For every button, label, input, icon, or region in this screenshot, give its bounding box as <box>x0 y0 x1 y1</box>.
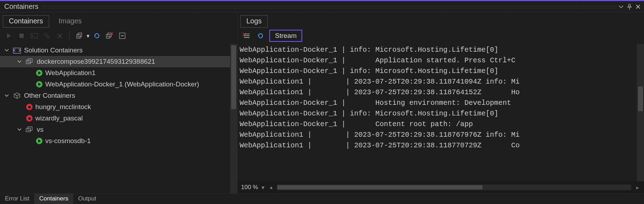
expand-icon[interactable] <box>4 48 10 52</box>
svg-point-3 <box>47 36 49 38</box>
scrollbar-thumb[interactable] <box>231 45 236 109</box>
left-tab-strip: Containers Images <box>0 12 237 28</box>
settings-icon[interactable] <box>42 30 52 41</box>
tab-logs[interactable]: Logs <box>240 15 268 28</box>
refresh-icon[interactable] <box>92 30 102 41</box>
terminal-icon[interactable] <box>29 30 40 41</box>
tab-output[interactable]: Output <box>73 194 101 204</box>
svg-rect-1 <box>31 34 38 38</box>
status-stopped-icon <box>26 115 33 121</box>
dropdown-chevron-icon[interactable]: ▾ <box>87 33 89 39</box>
delete-icon[interactable] <box>54 30 65 41</box>
close-icon[interactable] <box>636 4 640 9</box>
svg-rect-5 <box>78 33 82 37</box>
panel-title: Containers <box>2 2 41 11</box>
tree-label: Solution Containers <box>24 47 83 54</box>
tree-node-other[interactable]: Other Containers <box>0 90 230 101</box>
expand-icon[interactable] <box>4 94 10 98</box>
tree-node-compose[interactable]: dockercompose3992174593129388621 <box>0 56 230 67</box>
tab-containers-bottom[interactable]: Containers <box>34 194 73 204</box>
status-running-icon <box>36 138 42 144</box>
container-tree[interactable]: Solution Containers dockercompose3992174… <box>0 44 230 193</box>
zoom-level[interactable]: 100 % <box>241 184 258 191</box>
left-toolbar: ▾ <box>0 28 237 44</box>
expand-icon[interactable] <box>16 60 23 64</box>
clear-logs-icon[interactable] <box>241 30 252 41</box>
panel-title-bar: Containers <box>0 1 644 12</box>
tab-containers[interactable]: Containers <box>3 15 49 28</box>
logs-toolbar: Stream <box>238 28 644 44</box>
tree-node-container[interactable]: WebApplication1 <box>0 67 230 79</box>
expand-icon[interactable] <box>16 128 23 132</box>
svg-rect-7 <box>108 33 111 37</box>
compose-group-icon <box>25 58 34 65</box>
stream-button[interactable]: Stream <box>269 30 302 42</box>
svg-rect-13 <box>28 127 32 130</box>
tree-label: vs-cosmosdb-1 <box>45 137 91 145</box>
tree-label: WebApplication-Docker_1 (WebApplication-… <box>45 81 199 88</box>
log-output[interactable]: WebApplication-Docker_1 | info: Microsof… <box>238 44 637 181</box>
start-icon[interactable] <box>4 30 14 41</box>
zoom-dropdown-icon[interactable]: ▾ <box>262 184 264 191</box>
tree-node-solution[interactable]: Solution Containers <box>0 45 230 56</box>
tree-label: WebApplication1 <box>45 69 95 77</box>
horizontal-scrollbar[interactable] <box>277 185 631 190</box>
log-scrollbar[interactable] <box>637 44 644 181</box>
scroll-left-icon[interactable]: ◂ <box>268 185 274 190</box>
tree-node-container[interactable]: WebApplication-Docker_1 (WebApplication-… <box>0 79 230 90</box>
refresh-logs-icon[interactable] <box>255 30 266 41</box>
copy-icon[interactable] <box>74 30 84 41</box>
container-group-icon <box>13 92 21 99</box>
tree-node-container[interactable]: hungry_mcclintock <box>0 101 230 113</box>
scroll-right-icon[interactable]: ▸ <box>635 185 640 190</box>
svg-rect-0 <box>19 34 24 38</box>
svg-rect-11 <box>28 59 32 62</box>
svg-rect-4 <box>77 34 80 38</box>
scrollbar-thumb[interactable] <box>638 86 643 111</box>
solution-icon <box>13 47 21 53</box>
pin-icon[interactable] <box>627 4 632 10</box>
tree-label: wizardly_pascal <box>35 115 83 122</box>
tree-node-container[interactable]: vs-cosmosdb-1 <box>0 135 230 147</box>
tree-scrollbar[interactable] <box>230 44 237 193</box>
details-pane: Logs Stream WebApplication-Docker_1 | in… <box>238 12 644 193</box>
tree-label: dockercompose3992174593129388621 <box>37 58 155 66</box>
bottom-tab-strip: Error List Containers Output <box>0 193 644 204</box>
right-tab-strip: Logs <box>238 12 644 28</box>
panel-menu-icon[interactable] <box>619 4 623 9</box>
status-stopped-icon <box>26 104 33 110</box>
log-footer: 100 % ▾ ◂ ▸ <box>238 181 644 193</box>
tab-error-list[interactable]: Error List <box>0 194 34 204</box>
tree-label: hungry_mcclintock <box>35 103 91 111</box>
svg-rect-6 <box>106 34 110 38</box>
scrollbar-thumb[interactable] <box>277 185 482 189</box>
toolbar-separator <box>69 31 70 40</box>
tree-label: vs <box>37 126 43 134</box>
grip-pattern <box>41 4 617 9</box>
status-running-icon <box>36 81 42 87</box>
containers-pane: Containers Images ▾ <box>0 12 238 193</box>
compose-group-icon <box>25 126 34 133</box>
tree-node-vs[interactable]: vs <box>0 124 230 135</box>
svg-rect-12 <box>26 128 30 132</box>
prune-icon[interactable] <box>104 30 115 41</box>
stop-icon[interactable] <box>16 30 27 41</box>
tree-node-container[interactable]: wizardly_pascal <box>0 113 230 124</box>
status-running-icon <box>36 70 42 76</box>
svg-point-2 <box>45 33 47 36</box>
tab-images[interactable]: Images <box>53 15 88 28</box>
tree-label: Other Containers <box>24 92 75 100</box>
collapse-all-icon[interactable] <box>117 30 128 41</box>
svg-rect-10 <box>26 60 30 64</box>
